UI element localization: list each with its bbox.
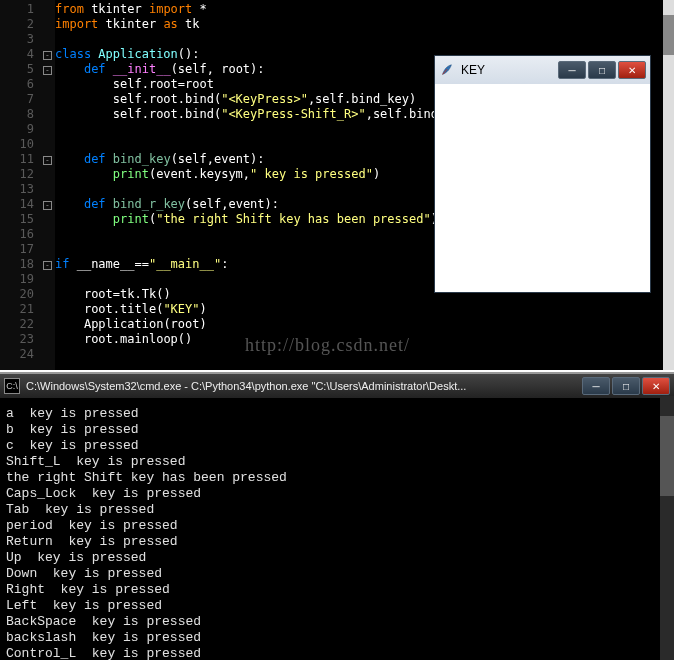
- console-window-buttons: ─ □ ✕: [582, 377, 670, 395]
- console-scrollbar[interactable]: [660, 396, 674, 660]
- key-window-body[interactable]: [435, 84, 650, 292]
- key-window-title: KEY: [461, 63, 558, 77]
- key-window-buttons: ─ □ ✕: [558, 61, 646, 79]
- console-window: C:\ C:\Windows\System32\cmd.exe - C:\Pyt…: [0, 372, 674, 660]
- maximize-button[interactable]: □: [612, 377, 640, 395]
- console-scrollbar-thumb[interactable]: [660, 416, 674, 496]
- console-title: C:\Windows\System32\cmd.exe - C:\Python3…: [26, 380, 582, 392]
- fold-column: -----: [40, 0, 55, 370]
- editor-scrollbar[interactable]: [663, 0, 674, 370]
- console-output[interactable]: a key is pressed b key is pressed c key …: [0, 398, 674, 660]
- cmd-icon: C:\: [4, 378, 20, 394]
- minimize-button[interactable]: ─: [558, 61, 586, 79]
- tkinter-key-window[interactable]: KEY ─ □ ✕: [434, 55, 651, 293]
- line-number-gutter: 123456789101112131415161718192021222324: [0, 0, 40, 370]
- console-titlebar[interactable]: C:\ C:\Windows\System32\cmd.exe - C:\Pyt…: [0, 374, 674, 398]
- close-button[interactable]: ✕: [618, 61, 646, 79]
- maximize-button[interactable]: □: [588, 61, 616, 79]
- tk-feather-icon: [439, 62, 455, 78]
- editor-scrollbar-thumb[interactable]: [663, 15, 674, 55]
- key-window-titlebar[interactable]: KEY ─ □ ✕: [435, 56, 650, 84]
- minimize-button[interactable]: ─: [582, 377, 610, 395]
- close-button[interactable]: ✕: [642, 377, 670, 395]
